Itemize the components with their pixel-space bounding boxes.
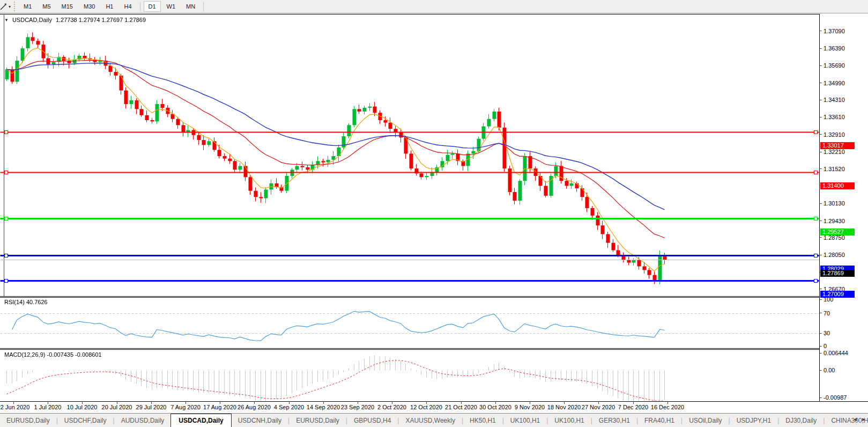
chart-tab[interactable]: DJ30,Daily — [779, 414, 823, 427]
date-label: 23 Sep 2020 — [341, 404, 374, 410]
macd-splitter[interactable] — [0, 348, 868, 350]
axis-tick-label: 1.33610 — [820, 114, 845, 120]
date-label: 1 Jul 2020 — [34, 404, 62, 410]
chart-tab[interactable]: FRA40,H1 — [638, 414, 681, 427]
axis-tick-label: 1.36390 — [820, 45, 845, 51]
axis-tick-label: 1.28050 — [820, 252, 845, 258]
hline-price-tag: 1.33017 — [820, 142, 855, 149]
current-price-tag: 1.27869 — [820, 270, 855, 277]
timeframe-button[interactable]: MN — [181, 1, 200, 12]
date-label: 22 Jun 2020 — [0, 404, 29, 410]
chart-tab[interactable]: GER30,H1 — [592, 414, 636, 427]
date-label: 16 Dec 2020 — [651, 404, 684, 410]
chart-tab[interactable]: USOil,Daily — [682, 414, 728, 427]
date-label: 27 Nov 2020 — [582, 404, 615, 410]
date-label: 21 Oct 2020 — [445, 404, 477, 410]
timeframe-button[interactable]: M5 — [38, 1, 55, 12]
timeframe-button[interactable]: W1 — [162, 1, 181, 12]
date-label: 29 Jul 2020 — [136, 404, 167, 410]
tab-scroll-arrows: ◄ ► — [852, 416, 866, 422]
separator — [203, 2, 204, 11]
chart-top-border — [0, 14, 868, 14]
axis-tick-label: 1.34310 — [820, 97, 845, 103]
axis-tick-label: 1.34990 — [820, 80, 845, 86]
rsi-splitter[interactable] — [0, 296, 868, 298]
axis-tick-label: 1.37090 — [820, 28, 845, 34]
axis-tick-label: 1.32210 — [820, 149, 845, 155]
date-label: 17 Aug 2020 — [203, 404, 236, 410]
date-label: 12 Oct 2020 — [410, 404, 442, 410]
chart-tab[interactable]: USDCAD,Daily — [170, 414, 231, 427]
axis-tick-label: 1.31520 — [820, 166, 845, 172]
chart-tab[interactable]: AUDUSD,Daily — [115, 414, 171, 427]
top-toolbar: ▾ M1M5M15M30H1H4D1W1MN — [0, 0, 868, 13]
timeframe-button[interactable]: M15 — [57, 1, 78, 12]
axis-tick-label: 70 — [820, 310, 830, 316]
axis-tick-label: 1.30130 — [820, 200, 845, 207]
chart-tab[interactable]: EURUSD,Daily — [0, 414, 56, 427]
draw-tool-icon[interactable] — [0, 2, 8, 11]
date-label: 14 Sep 2020 — [307, 404, 340, 410]
date-label: 7 Dec 2020 — [618, 404, 648, 410]
chart-tab[interactable]: USDCNH,Daily — [232, 414, 288, 427]
chart-menu-icon[interactable]: ▼ — [4, 18, 9, 23]
rsi-label: RSI(14) 40.7626 — [4, 299, 48, 305]
hline-price-tag: 1.29527 — [820, 229, 855, 235]
toolbar-grip[interactable] — [14, 2, 15, 11]
hline-price-tag: 1.27009 — [820, 291, 855, 298]
chart-tab[interactable]: XAUUSD,Weekly — [399, 414, 461, 427]
axis-tick-label: 0.00 — [820, 367, 835, 373]
separator — [140, 2, 140, 11]
mt4-window: ▾ M1M5M15M30H1H4D1W1MN 1.370901.363901.3… — [0, 0, 868, 427]
hline-price-tag: 1.31400 — [820, 182, 855, 189]
time-axis[interactable]: 22 Jun 20201 Jul 202010 Jul 202020 Jul 2… — [0, 402, 868, 413]
date-label: 30 Oct 2020 — [479, 404, 511, 410]
date-label: 2 Oct 2020 — [377, 404, 406, 410]
timeframe-button[interactable]: H4 — [119, 1, 136, 12]
chart-ohlc-values: 1.27738 1.27974 1.27697 1.27869 — [56, 17, 146, 23]
axis-tick-label: 1.29430 — [820, 218, 845, 224]
chart-tab[interactable]: USDJPY,H1 — [730, 414, 777, 427]
chart-tab[interactable]: GBPUSD,H4 — [347, 414, 397, 427]
chart-tab[interactable]: EURUSD,Daily — [290, 414, 346, 427]
macd-label: MACD(12,26,9) -0.007435 -0.008601 — [4, 351, 102, 358]
axis-tick-label: 1.32910 — [820, 131, 845, 138]
chart-tab[interactable]: UK100,H1 — [504, 414, 546, 427]
axis-tick-label: 30 — [820, 330, 830, 336]
axis-tick-label: -0.00987 — [820, 394, 847, 401]
date-label: 9 Nov 2020 — [515, 404, 545, 410]
axis-tick-label: 0 — [820, 343, 827, 349]
date-label: 20 Jul 2020 — [102, 404, 132, 410]
timeframe-buttons: M1M5M15M30H1H4D1W1MN — [18, 1, 206, 12]
price-axis[interactable]: 1.370901.363901.356901.349901.343101.336… — [819, 14, 868, 401]
date-label: 4 Sep 2020 — [274, 404, 304, 410]
chart-title: ▼ USDCAD,Daily 1.27738 1.27974 1.27697 1… — [4, 17, 146, 23]
date-label: 26 Aug 2020 — [238, 404, 271, 410]
price-chart-canvas[interactable] — [0, 14, 819, 401]
tab-scroll-left-icon[interactable]: ◄ — [852, 416, 858, 422]
axis-tick-label: 0.006444 — [820, 350, 848, 356]
date-label: 10 Jul 2020 — [67, 404, 98, 410]
chart-tab[interactable]: USDCHF,Daily — [58, 414, 113, 427]
chart-symbol-label: USDCAD,Daily — [12, 17, 52, 23]
timeframe-button[interactable]: M1 — [19, 1, 36, 12]
chart-tab-bar: EURUSD,Daily|USDCHF,Daily|AUDUSD,DailyUS… — [0, 413, 868, 427]
tab-scroll-right-icon[interactable]: ► — [861, 416, 866, 422]
timeframe-button[interactable]: M30 — [79, 1, 100, 12]
chart-tab[interactable]: UK100,H1 — [548, 414, 590, 427]
timeframe-button[interactable]: D1 — [144, 1, 161, 12]
date-label: 7 Aug 2020 — [170, 404, 201, 410]
chart-tab[interactable]: HK50,H1 — [463, 414, 502, 427]
date-label: 18 Nov 2020 — [547, 404, 581, 410]
axis-tick-label: 1.35690 — [820, 62, 845, 69]
timeframe-button[interactable]: H1 — [101, 1, 118, 12]
draw-tool-dropdown-icon[interactable]: ▾ — [8, 4, 13, 9]
